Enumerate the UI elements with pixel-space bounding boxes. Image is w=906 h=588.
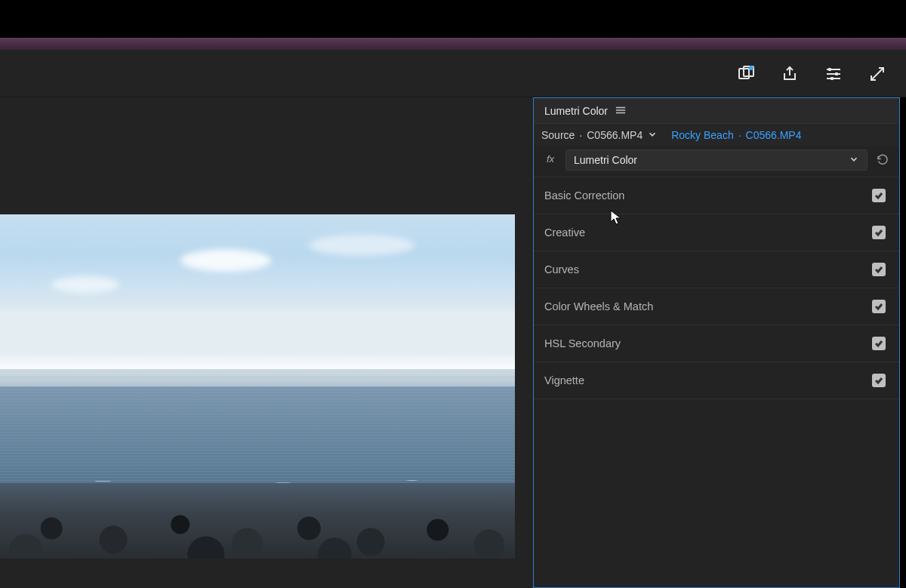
section-checkbox[interactable] (872, 189, 886, 202)
workspace-icon (737, 65, 755, 83)
section-creative[interactable]: Creative (534, 214, 899, 251)
panel-title: Lumetri Color (544, 105, 608, 117)
section-color-wheels-match[interactable]: Color Wheels & Match (534, 288, 899, 325)
check-icon (874, 339, 883, 348)
source-clip: C0566.MP4 (587, 129, 643, 141)
export-icon (781, 65, 799, 83)
check-icon (874, 228, 883, 237)
workspace: Lumetri Color Source · C0566.MP4 Rocky B… (0, 97, 906, 588)
section-label: HSL Secondary (544, 337, 621, 349)
quick-settings-button[interactable] (823, 63, 844, 85)
section-checkbox[interactable] (872, 337, 886, 350)
reset-icon (876, 153, 889, 167)
svg-rect-8 (830, 77, 834, 80)
lumetri-color-panel: Lumetri Color Source · C0566.MP4 Rocky B… (533, 97, 900, 588)
section-label: Vignette (544, 374, 584, 386)
dot-sep-2: · (738, 129, 741, 141)
section-label: Creative (544, 226, 585, 239)
settings-sliders-icon (824, 65, 843, 83)
dot-sep: · (579, 129, 582, 141)
fullscreen-icon (868, 65, 886, 83)
reset-button[interactable] (874, 151, 892, 169)
section-checkbox[interactable] (872, 226, 886, 239)
section-curves[interactable]: Curves (534, 251, 899, 288)
section-basic-correction[interactable]: Basic Correction (534, 177, 899, 214)
fullscreen-button[interactable] (867, 63, 888, 85)
chevron-down-icon (849, 154, 859, 167)
check-icon (874, 376, 883, 385)
fx-badge[interactable]: fx (541, 153, 559, 167)
app-toolbar (0, 50, 906, 97)
effect-name: Lumetri Color (574, 154, 637, 166)
letterbox-top (0, 0, 906, 38)
export-button[interactable] (779, 63, 800, 85)
panel-menu-icon[interactable] (615, 105, 626, 117)
panel-header[interactable]: Lumetri Color (534, 98, 899, 124)
svg-point-2 (749, 66, 753, 70)
workspace-switcher-button[interactable] (735, 63, 757, 85)
section-label: Color Wheels & Match (544, 300, 653, 312)
window-chrome-strip (0, 38, 906, 50)
section-vignette[interactable]: Vignette (534, 362, 899, 399)
preview-image[interactable] (0, 214, 515, 559)
check-icon (874, 302, 883, 311)
check-icon (874, 191, 883, 200)
section-checkbox[interactable] (872, 374, 886, 387)
svg-rect-7 (835, 72, 838, 75)
sequence-link[interactable]: Rocky Beach (671, 129, 733, 141)
section-hsl-secondary[interactable]: HSL Secondary (534, 325, 899, 362)
effect-row: fx Lumetri Color (534, 146, 899, 174)
check-icon (874, 265, 883, 274)
section-label: Curves (544, 263, 579, 276)
source-label: Source (541, 129, 575, 141)
section-label: Basic Correction (544, 189, 624, 202)
section-checkbox[interactable] (872, 300, 886, 313)
program-monitor (0, 97, 533, 588)
section-checkbox[interactable] (872, 263, 886, 276)
source-line[interactable]: Source · C0566.MP4 Rocky Beach · C0566.M… (534, 124, 899, 146)
sequence-clip[interactable]: C0566.MP4 (746, 129, 802, 141)
chevron-down-icon[interactable] (647, 129, 658, 142)
effect-dropdown[interactable]: Lumetri Color (565, 149, 867, 171)
svg-rect-6 (828, 68, 831, 71)
